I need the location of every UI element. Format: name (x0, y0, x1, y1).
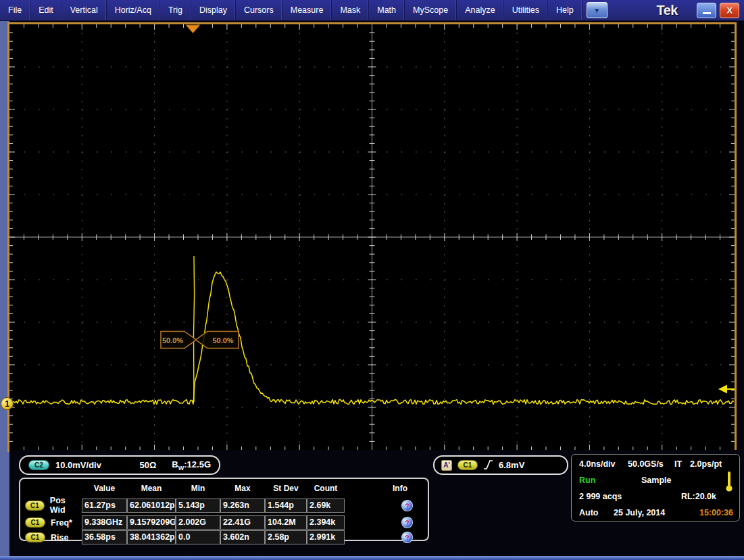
chevron-down-icon: ▼ (593, 7, 600, 14)
measurement-stdev: 1.544p (265, 499, 307, 513)
menu-label: File (8, 5, 22, 15)
trigger-level-arrow[interactable] (718, 385, 735, 394)
menu-vertical[interactable]: Vertical (62, 0, 107, 20)
menu-analyze[interactable]: Analyze (457, 0, 503, 20)
info-button[interactable]: ? (400, 515, 414, 529)
menu-label: MyScope (413, 5, 448, 15)
measurement-max: 22.41G (220, 515, 265, 530)
menu-mask[interactable]: Mask (332, 0, 369, 20)
trigger-level: 6.8mV (499, 460, 524, 470)
trigger-readout[interactable]: A' C1 6.8mV (433, 455, 568, 475)
menu-label: Edit (39, 5, 53, 15)
menu-help[interactable]: Help (548, 0, 582, 20)
trigger-position-marker[interactable] (186, 25, 200, 33)
thermometer-icon (725, 471, 733, 492)
measurement-count: 2.69k (307, 499, 345, 513)
trigger-channel-badge: C1 (457, 460, 478, 470)
status-area: C2 10.0mV/div 50Ω BW:12.5G A' C1 6.8mV 4… (9, 450, 744, 556)
menu-label: Cursors (244, 5, 274, 15)
measurement-mean: 38.041362p (127, 530, 176, 544)
input-impedance: 50Ω (139, 460, 156, 470)
column-header: Value (82, 484, 127, 493)
info-button[interactable]: ? (400, 530, 414, 544)
timebase: 4.0ns/div (579, 459, 616, 469)
vertical-scale: 10.0mV/div (55, 460, 101, 470)
menu-math[interactable]: Math (369, 0, 405, 20)
close-icon: X (726, 5, 733, 16)
measurement-mean: 9.1579209G (127, 515, 176, 530)
sample-rate: 50.0GS/s (628, 459, 664, 469)
menu-overflow-button[interactable]: ▼ (587, 2, 607, 18)
menu-cursors[interactable]: Cursors (236, 0, 282, 20)
menu-horiz-acq[interactable]: Horiz/Acq (107, 0, 160, 20)
minimize-icon (703, 12, 711, 14)
trigger-mode: Auto (579, 508, 598, 517)
measurement-name: Rise (51, 533, 68, 542)
channel-2-badge: C2 (28, 460, 49, 470)
column-header: Count (307, 484, 345, 493)
measurement-value: 36.58ps (82, 530, 127, 544)
trigger-source-badge: A' (441, 460, 452, 471)
channel-readout[interactable]: C2 10.0mV/div 50Ω BW:12.5G (19, 455, 220, 475)
menu-myscope[interactable]: MyScope (405, 0, 457, 20)
measurement-row: C1Rise36.58ps38.041362p0.03.602n2.58p2.9… (22, 530, 428, 544)
measurement-min: 0.0 (176, 530, 220, 544)
column-header: Max (220, 484, 265, 493)
interp-mode: IT (674, 459, 682, 469)
column-header: St Dev (265, 484, 307, 493)
measurement-stdev: 2.58p (265, 530, 307, 544)
info-button[interactable]: ? (400, 499, 414, 512)
measurement-count: 2.991k (307, 530, 345, 544)
measurement-row: C1Pos Wid61.27ps62.061012p5.143p9.263n1.… (22, 496, 428, 515)
menu-trig[interactable]: Trig (160, 0, 191, 20)
close-button[interactable]: X (720, 3, 739, 18)
channel-1-marker[interactable]: 1 (1, 397, 14, 410)
cursor-left-label: 50.0% (162, 336, 183, 345)
record-length: RL:20.0k (681, 492, 716, 501)
menu-label: Math (377, 5, 396, 15)
bandwidth: BW:12.5G (172, 459, 211, 472)
measurement-count: 2.394k (307, 515, 345, 530)
column-header: Min (176, 484, 220, 493)
clock: 15:00:36 (699, 508, 733, 517)
acq-mode: Sample (641, 476, 671, 485)
measurement-value: 9.338GHz (82, 515, 127, 530)
minimize-button[interactable] (697, 3, 716, 18)
measurement-name: Pos Wid (50, 496, 82, 515)
measurement-table: ValueMeanMinMaxSt DevCountInfo C1Pos Wid… (19, 478, 429, 541)
measurement-mean: 62.061012p (127, 499, 176, 513)
channel-1-badge: C1 (25, 532, 45, 542)
measurement-min: 2.002G (176, 515, 220, 530)
waveform-display: 50.0%50.0% (9, 24, 735, 450)
menu-label: Mask (340, 5, 360, 15)
menu-measure[interactable]: Measure (282, 0, 332, 20)
measurement-value: 61.27ps (82, 499, 127, 513)
acquisition-panel: 4.0ns/div 50.0GS/s IT 2.0ps/pt Run Sampl… (571, 454, 740, 521)
channel-1-badge: C1 (25, 517, 45, 528)
menu-items: FileEditVerticalHoriz/AcqTrigDisplayCurs… (0, 0, 582, 20)
measurement-stdev: 104.2M (265, 515, 307, 530)
menu-label: Help (556, 5, 574, 15)
acquisition-count: 2 999 acqs (579, 492, 622, 501)
rising-edge-icon (483, 459, 493, 471)
menu-bar: FileEditVerticalHoriz/AcqTrigDisplayCurs… (0, 0, 744, 21)
oscilloscope-window: 50.0%50.0% 1 FileEditVerticalHoriz/AcqTr… (0, 0, 744, 560)
resolution: 2.0ps/pt (690, 459, 722, 469)
menu-edit[interactable]: Edit (30, 0, 62, 20)
column-header: Mean (127, 484, 176, 493)
menu-utilities[interactable]: Utilities (504, 0, 548, 20)
measurement-max: 3.602n (220, 530, 265, 544)
menu-label: Analyze (465, 5, 495, 15)
measurement-min: 5.143p (176, 499, 220, 513)
menu-label: Trig (168, 5, 182, 15)
menu-label: Vertical (70, 5, 98, 15)
acq-state: Run (579, 476, 595, 485)
menu-label: Utilities (512, 5, 539, 15)
menu-file[interactable]: File (0, 0, 30, 20)
date: 25 July, 2014 (614, 508, 665, 517)
menu-label: Horiz/Acq (115, 5, 151, 15)
menu-label: Measure (291, 5, 324, 15)
menu-display[interactable]: Display (191, 0, 236, 20)
measurement-header: ValueMeanMinMaxSt DevCountInfo (22, 481, 428, 496)
cursor-right-label: 50.0% (212, 336, 233, 345)
